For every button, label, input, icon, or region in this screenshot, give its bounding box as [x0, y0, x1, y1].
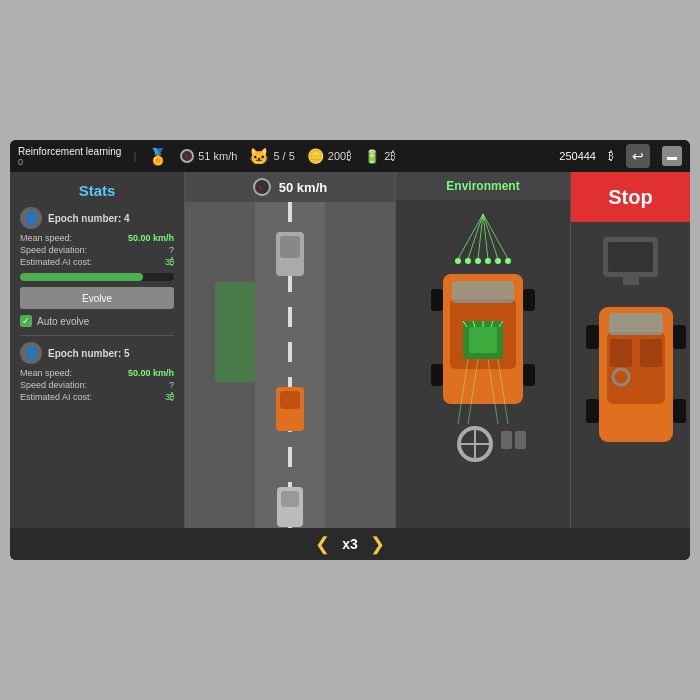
speed-dev-val2: ?: [169, 380, 174, 390]
svg-rect-33: [501, 431, 512, 449]
stop-panel: Stop: [570, 172, 690, 528]
sep1: |: [133, 150, 136, 162]
app-title-text: Reinforcement learning: [18, 146, 121, 157]
epoch2-mean-speed: Mean speed: 50.00 km/h: [20, 368, 174, 378]
svg-point-10: [495, 258, 501, 264]
svg-point-6: [455, 258, 461, 264]
coins-item: 🪙 200₿: [307, 148, 352, 164]
ai-cost-val2: 3₿: [165, 392, 174, 402]
svg-rect-42: [610, 339, 632, 367]
sim-panel: 50 km/h: [185, 172, 395, 528]
ai-cost-val1: 3₿: [165, 257, 174, 267]
speed-label: 51 km/h: [198, 150, 237, 162]
mean-speed-label2: Mean speed:: [20, 368, 72, 378]
progress-bar-fill: [20, 273, 143, 281]
svg-rect-18: [452, 281, 514, 303]
speed-dev-label1: Speed deviation:: [20, 245, 87, 255]
cats-item: 🐱 5 / 5: [249, 147, 294, 166]
epoch2-section: 👤 Epoch number: 5 Mean speed: 50.00 km/h…: [20, 342, 174, 402]
topbar: Reinforcement learning 0 | 🏅 51 km/h 🐱 5…: [10, 140, 690, 172]
sim-speedometer-icon: [253, 178, 271, 196]
coin-icon: 🪙: [307, 148, 324, 164]
score-coin-symbol: ₿: [608, 150, 614, 162]
app-title: Reinforcement learning 0: [18, 146, 121, 167]
evolve-button[interactable]: Evolve: [20, 287, 174, 309]
progress-bar-bg: [20, 273, 174, 281]
svg-rect-41: [609, 313, 663, 335]
epoch1-speed-dev: Speed deviation: ?: [20, 245, 174, 255]
sim-road: [185, 202, 395, 528]
svg-rect-20: [469, 327, 497, 353]
svg-rect-43: [640, 339, 662, 367]
epoch2-header: 👤 Epoch number: 5: [20, 342, 174, 364]
car-orange: [276, 387, 304, 431]
stop-button[interactable]: Stop: [571, 172, 691, 222]
green-obstacle: [215, 282, 255, 382]
svg-rect-35: [586, 325, 599, 349]
cat-icon: 🐱: [249, 147, 269, 166]
divider: [20, 335, 174, 336]
epoch1-mean-speed: Mean speed: 50.00 km/h: [20, 233, 174, 243]
epoch1-section: 👤 Epoch number: 4 Mean speed: 50.00 km/h…: [20, 207, 174, 267]
epoch1-header: 👤 Epoch number: 4: [20, 207, 174, 229]
speed-dev-label2: Speed deviation:: [20, 380, 87, 390]
epoch1-label: Epoch number: 4: [48, 213, 130, 224]
epoch1-ai-cost: Estimated AI cost: 3₿: [20, 257, 174, 267]
svg-point-7: [465, 258, 471, 264]
auto-evolve-label: Auto evolve: [37, 316, 89, 327]
svg-point-8: [475, 258, 481, 264]
ai-cost-label1: Estimated AI cost:: [20, 257, 92, 267]
car-preview: [581, 297, 681, 447]
award-item: 🏅: [148, 147, 168, 166]
app-subtitle: 0: [18, 157, 121, 167]
car-silver: [277, 487, 303, 527]
svg-rect-34: [515, 431, 526, 449]
coins-val: 200₿: [328, 150, 352, 162]
cats-label: 5 / 5: [273, 150, 294, 162]
svg-rect-37: [586, 399, 599, 423]
speed-item: 51 km/h: [180, 149, 237, 163]
award-icon: 🏅: [148, 147, 168, 166]
env-visualization: [403, 209, 563, 519]
svg-point-9: [485, 258, 491, 264]
multiplier-label: x3: [342, 536, 358, 552]
env-header: Environment: [396, 172, 570, 200]
svg-rect-13: [523, 289, 535, 311]
battery-val: 2₿: [384, 150, 396, 162]
battery-icon: 🔋: [364, 149, 380, 164]
sim-header: 50 km/h: [185, 172, 395, 202]
svg-rect-14: [431, 364, 443, 386]
epoch2-label: Epoch number: 5: [48, 348, 130, 359]
mean-speed-val2: 50.00 km/h: [128, 368, 174, 378]
bottombar: ❮ x3 ❯: [10, 528, 690, 560]
speedometer-icon: [180, 149, 194, 163]
epoch2-speed-dev: Speed deviation: ?: [20, 380, 174, 390]
car-gray: [276, 232, 304, 276]
auto-evolve-checkbox[interactable]: ✓: [20, 315, 32, 327]
main-area: Stats 👤 Epoch number: 4 Mean speed: 50.0…: [10, 172, 690, 528]
mean-speed-label1: Mean speed:: [20, 233, 72, 243]
sim-speed-label: 50 km/h: [279, 180, 327, 195]
car-preview-svg: [581, 297, 691, 452]
avatar1: 👤: [20, 207, 42, 229]
epoch2-ai-cost: Estimated AI cost: 3₿: [20, 392, 174, 402]
auto-evolve-row[interactable]: ✓ Auto evolve: [20, 315, 174, 327]
ai-cost-label2: Estimated AI cost:: [20, 392, 92, 402]
avatar2: 👤: [20, 342, 42, 364]
minimize-button[interactable]: ▬: [662, 146, 682, 166]
svg-rect-36: [673, 325, 686, 349]
stats-title: Stats: [20, 182, 174, 199]
env-content: [396, 200, 570, 528]
monitor-screen: [608, 242, 653, 272]
env-title: Environment: [446, 179, 519, 193]
battery-item: 🔋 2₿: [364, 149, 396, 164]
right-arrow-button[interactable]: ❯: [370, 533, 385, 555]
left-arrow-button[interactable]: ❮: [315, 533, 330, 555]
score-label: 250444: [559, 150, 596, 162]
svg-point-11: [505, 258, 511, 264]
svg-rect-12: [431, 289, 443, 311]
svg-rect-38: [673, 399, 686, 423]
mean-speed-val1: 50.00 km/h: [128, 233, 174, 243]
undo-button[interactable]: ↩: [626, 144, 650, 168]
stats-panel: Stats 👤 Epoch number: 4 Mean speed: 50.0…: [10, 172, 185, 528]
